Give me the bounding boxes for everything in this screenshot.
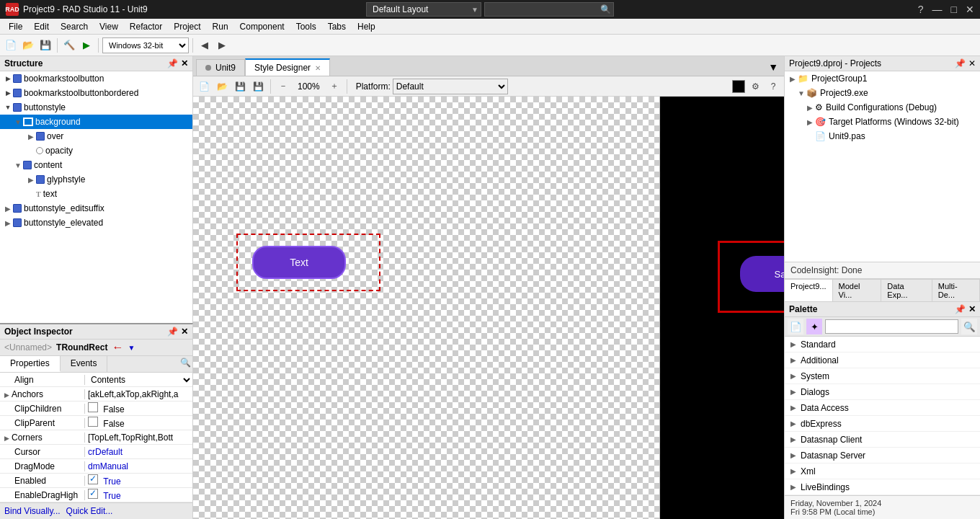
tree-item-buttonstyle[interactable]: ▼ buttonstyle (0, 100, 192, 115)
tab-dropdown-btn[interactable]: ▼ (765, 58, 781, 76)
palette-item-system[interactable]: ▶ System (785, 368, 980, 384)
btn-preview[interactable]: Text (252, 246, 346, 279)
sd-color-box[interactable] (732, 80, 745, 93)
sd-new-btn[interactable]: 📄 (196, 79, 212, 94)
tree-item-text[interactable]: T text (0, 187, 192, 201)
sd-zoomout-btn[interactable]: － (275, 79, 291, 94)
menu-help[interactable]: Help (352, 20, 381, 33)
oi-header: Object Inspector 📌 ✕ (0, 324, 192, 340)
menu-tools[interactable]: Tools (290, 20, 322, 33)
menu-search[interactable]: Search (55, 20, 94, 33)
sd-saveas-btn[interactable]: 💾 (250, 79, 266, 94)
run-btn[interactable]: ▶ (79, 37, 94, 53)
maximize-btn[interactable]: □ (951, 4, 957, 15)
palette-search-input[interactable] (825, 319, 958, 334)
palette-item-livebindings[interactable]: ▶ LiveBindings (785, 479, 980, 495)
checkbox-clipparent[interactable] (88, 417, 98, 427)
tree-item-content[interactable]: ▼ content (0, 158, 192, 172)
palette-new-btn[interactable]: 📄 (788, 319, 803, 334)
bind-visually-btn[interactable]: Bind Visually... (4, 506, 61, 516)
save-btn[interactable]: 💾 (37, 37, 53, 53)
oi-dropdown-icon[interactable]: ▼ (128, 344, 135, 352)
tab-dataexp[interactable]: Data Exp... (881, 280, 932, 301)
build-btn[interactable]: 🔨 (61, 37, 77, 53)
tab-close-icon[interactable]: ✕ (315, 64, 321, 72)
open-btn[interactable]: 📂 (20, 37, 36, 53)
tree-item-bookmarkstoolbutton[interactable]: ▶ bookmarkstoolbutton (0, 71, 192, 86)
proj-project9exe[interactable]: ▼ 📦 Project9.exe (785, 86, 980, 100)
new-btn[interactable]: 📄 (3, 37, 19, 53)
tree-item-buttonstyle-editsuffix[interactable]: ▶ buttonstyle_editsuffix (0, 201, 192, 216)
tab-unit9[interactable]: Unit9 (196, 59, 245, 76)
tab-modelvi[interactable]: Model Vi... (833, 280, 882, 301)
menu-edit[interactable]: Edit (28, 20, 55, 33)
palette-pin[interactable]: 📌 (955, 304, 966, 314)
align-select[interactable]: Contents (88, 374, 192, 386)
palette-close[interactable]: ✕ (968, 304, 976, 314)
palette-item-standard[interactable]: ▶ Standard (785, 337, 980, 352)
palette-filter-btn[interactable]: ✦ (806, 319, 822, 334)
menu-project[interactable]: Project (168, 20, 206, 33)
help-btn[interactable]: ? (918, 4, 924, 15)
oi-actions: 📌 ✕ (167, 327, 188, 337)
menu-view[interactable]: View (94, 20, 124, 33)
structure-pin[interactable]: 📌 (167, 58, 178, 68)
palette-item-datasnapserver[interactable]: ▶ Datasnap Server (785, 448, 980, 463)
sd-save-btn[interactable]: 💾 (232, 79, 248, 94)
palette-item-xml[interactable]: ▶ Xml (785, 463, 980, 479)
forward-btn[interactable]: ▶ (214, 37, 230, 53)
tab-events[interactable]: Events (61, 356, 108, 372)
tab-styledesigner[interactable]: Style Designer ✕ (245, 58, 330, 76)
global-search[interactable] (484, 2, 614, 17)
tree-item-background[interactable]: ▼ background (0, 115, 192, 129)
checkbox-clipchildren[interactable] (88, 402, 98, 412)
tree-item-buttonstyle-elevated[interactable]: ▶ buttonstyle_elevated (0, 216, 192, 230)
sample-btn[interactable]: Sample T... (740, 256, 784, 292)
tab-project9[interactable]: Project9... (785, 280, 833, 301)
proj-projectgroup1[interactable]: ▶ 📁 ProjectGroup1 (785, 71, 980, 86)
oi-val-align[interactable]: Contents (85, 374, 192, 386)
sd-platform-select[interactable]: Default (393, 79, 508, 94)
sd-zoomin-btn[interactable]: ＋ (326, 79, 342, 94)
layout-dropdown[interactable]: Default Layout (366, 2, 481, 17)
palette-item-dialogs[interactable]: ▶ Dialogs (785, 384, 980, 400)
palette-item-dbexpress[interactable]: ▶ dbExpress (785, 416, 980, 432)
editor-area: Unit9 Style Designer ✕ ▼ 📄 📂 💾 💾 － 100% … (193, 56, 784, 519)
tab-multide[interactable]: Multi-De... (932, 280, 980, 301)
sd-help-btn[interactable]: ? (765, 79, 781, 94)
checkbox-enabled[interactable] (88, 474, 98, 484)
target-icon: 🎯 (815, 117, 826, 127)
sd-settings-btn[interactable]: ⚙ (747, 79, 763, 94)
menu-run[interactable]: Run (207, 20, 234, 33)
checkbox-enabledraghigh[interactable] (88, 489, 98, 499)
tree-item-over[interactable]: ▶ over (0, 129, 192, 143)
projects-close[interactable]: ✕ (968, 58, 976, 68)
tree-item-opacity[interactable]: opacity (0, 143, 192, 158)
close-btn[interactable]: ✕ (966, 4, 974, 15)
sd-open-btn[interactable]: 📂 (214, 79, 230, 94)
oi-close[interactable]: ✕ (181, 327, 188, 337)
proj-target-platforms[interactable]: ▶ 🎯 Target Platforms (Windows 32-bit) (785, 115, 980, 129)
minimize-btn[interactable]: — (932, 4, 943, 15)
palette-search-btn[interactable]: 🔍 (961, 319, 977, 334)
tree-item-bookmarkstoolbuttonbordered[interactable]: ▶ bookmarkstoolbuttonbordered (0, 86, 192, 100)
palette-item-dataaccess[interactable]: ▶ Data Access (785, 400, 980, 416)
oi-prop-anchors: ▶Anchors (0, 389, 85, 399)
tree-item-glyphstyle[interactable]: ▶ glyphstyle (0, 172, 192, 187)
structure-close[interactable]: ✕ (181, 58, 188, 68)
proj-build-configs[interactable]: ▶ ⚙ Build Configurations (Debug) (785, 100, 980, 115)
proj-unit9pas[interactable]: 📄 Unit9.pas (785, 129, 980, 143)
menu-component[interactable]: Component (234, 20, 290, 33)
quick-edit-btn[interactable]: Quick Edit... (66, 506, 113, 516)
palette-item-datasnapclient[interactable]: ▶ Datasnap Client (785, 432, 980, 448)
platform-dropdown[interactable]: Windows 32-bit (102, 37, 189, 53)
tab-properties[interactable]: Properties (0, 356, 61, 372)
palette-item-additional[interactable]: ▶ Additional (785, 352, 980, 368)
oi-search[interactable]: 🔍 (179, 356, 192, 372)
back-btn[interactable]: ◀ (197, 37, 213, 53)
projects-pin[interactable]: 📌 (955, 58, 966, 68)
menu-refactor[interactable]: Refactor (124, 20, 168, 33)
menu-file[interactable]: File (3, 20, 28, 33)
oi-pin[interactable]: 📌 (167, 327, 178, 337)
menu-tabs[interactable]: Tabs (322, 20, 352, 33)
